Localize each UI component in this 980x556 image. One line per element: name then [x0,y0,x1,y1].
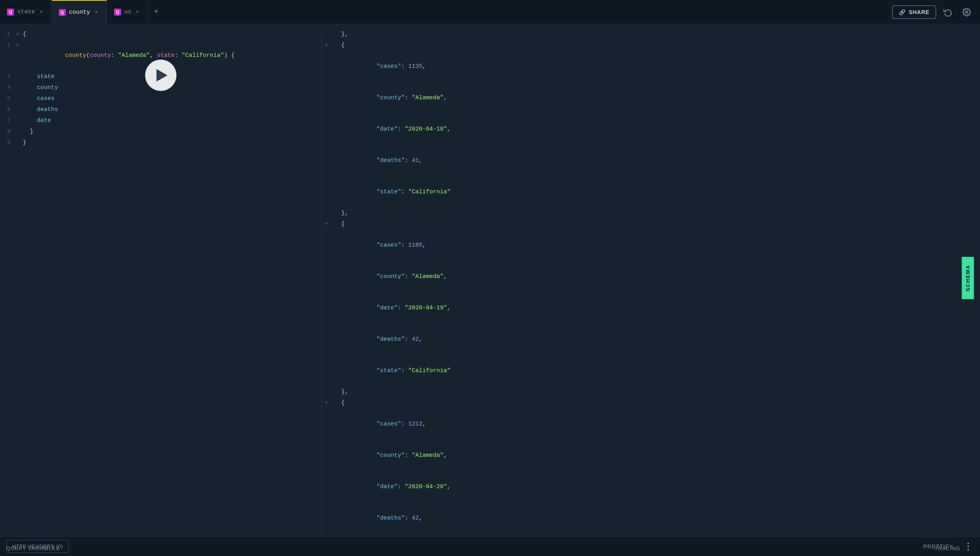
top-right-actions: 🔗 SHARE [892,5,980,19]
share-button[interactable]: 🔗 SHARE [892,5,936,19]
editor-panel: 1 ▼ { 2 ▼ county(county: "Alameda", stat… [0,24,322,536]
line-num-4: 4 [0,83,16,93]
tab-state-icon: Q [7,9,14,16]
json-line-block1-close: }, [322,208,980,219]
json-line-block1-county: "county": "Alameda", [322,82,980,114]
json-content-block1-date: "date": "2020-04-18", [331,114,980,145]
tab-county-icon: Q [59,9,66,16]
line-num-6: 6 [0,105,16,115]
json-content-block3-deaths: "deaths": 42, [331,503,980,534]
json-line-block1-state: "state": "California" [322,176,980,208]
editor-content[interactable]: 1 ▼ { 2 ▼ county(county: "Alameda", stat… [0,24,321,536]
code-line-6: 6 deaths [0,104,321,115]
json-content-block2-county: "county": "Alameda", [331,262,980,292]
line-content-8: } [23,127,321,137]
tracing-button[interactable]: TRACING [935,545,960,551]
json-line-block2-collapse: ▼ { [322,219,980,230]
line-collapse-1[interactable]: ▼ [16,29,23,40]
json-content-block3-state: "state": "California" [331,534,980,536]
json-line-block2-cases: "cases": 1185, [322,230,980,261]
json-line-block3-date: "date": "2020-04-20", [322,471,980,503]
json-line-block2-deaths: "deaths": 42, [322,324,980,355]
json-line-block1-date: "date": "2020-04-18", [322,114,980,145]
tab-county-label: county [69,9,90,16]
code-line-8: 8 } [0,126,321,137]
history-button[interactable] [941,5,955,19]
add-tab-icon: + [154,7,158,16]
json-content-block1-state: "state": "California" [331,177,980,207]
json-content-block2-deaths: "deaths": 42, [331,324,980,355]
line-num-5: 5 [0,94,16,104]
add-tab-button[interactable]: + [148,0,164,24]
line-content-6: deaths [23,105,321,115]
tab-us-icon: Q [114,9,121,16]
code-line-9: 9 } [0,137,321,148]
line-num-2: 2 [0,40,16,51]
json-content-block3-cases: "cases": 1212, [331,409,980,440]
json-line-block1-collapse: ▼ { [322,40,980,51]
json-content-block1-cases: "cases": 1135, [331,51,980,82]
tab-us-label: us [124,9,131,15]
more-dot-2 [967,546,969,547]
main-area: 1 ▼ { 2 ▼ county(county: "Alameda", stat… [0,24,980,536]
code-line-1: 1 ▼ { [0,29,321,40]
json-collapse-3[interactable]: ▼ [322,398,331,408]
query-variables-label[interactable]: QUERY VARIABLES [6,545,60,551]
share-link-icon: 🔗 [899,9,906,15]
tab-county[interactable]: Q county × [52,0,107,24]
json-content-block2-date: "date": "2020-04-19", [331,293,980,323]
settings-button[interactable] [960,5,974,19]
play-button[interactable] [145,60,176,91]
line-collapse-2[interactable]: ▼ [16,40,23,51]
json-collapse-1[interactable]: ▼ [322,40,331,51]
json-line-block2-county: "county": "Alameda", [322,261,980,293]
json-content-block3-date: "date": "2020-04-20", [331,472,980,502]
code-line-5: 5 cases [0,93,321,104]
line-content-5: cases [23,94,321,104]
line-content-1: { [23,29,321,40]
tab-county-close[interactable]: × [93,9,100,16]
json-line-block2-date: "date": "2020-04-19", [322,293,980,324]
json-content-block1-deaths: "deaths": 41, [331,145,980,176]
json-line-block2-state: "state": "California" [322,355,980,387]
json-content-block3-open: { [331,398,980,408]
top-bar: Q state × Q county × Q us × + 🔗 SHARE [0,0,980,24]
line-num-3: 3 [0,72,16,82]
results-panel[interactable]: }, ▼ { "cases": 1135, "county": "Alameda… [322,24,980,536]
line-content-7: date [23,116,321,126]
json-content-block2-close: }, [331,387,980,397]
svg-point-0 [965,11,968,13]
json-content-block3-county: "county": "Alameda", [331,440,980,471]
more-dot-3 [967,549,969,551]
json-line-block3-county: "county": "Alameda", [322,440,980,471]
json-line-block2-close: }, [322,387,980,398]
code-line-7: 7 date [0,115,321,126]
tab-state[interactable]: Q state × [0,0,52,24]
json-content-block2-state: "state": "California" [331,356,980,386]
tab-us[interactable]: Q us × [107,0,148,24]
json-content-block1-county: "county": "Alameda", [331,83,980,113]
play-icon [156,69,167,82]
json-line-block3-collapse: ▼ { [322,398,980,409]
json-line-block3-cases: "cases": 1212, [322,409,980,440]
schema-button[interactable]: SCHEMA [962,257,974,299]
json-content-block2-open: { [331,219,980,229]
more-options-button[interactable] [963,541,974,552]
json-line-block1-deaths: "deaths": 41, [322,145,980,176]
line-num-8: 8 [0,127,16,137]
json-content-block1-open: { [331,40,980,51]
json-content-block1-close: }, [331,208,980,218]
tab-state-close[interactable]: × [38,8,44,16]
json-content-closing-prev: }, [331,29,980,40]
tab-state-label: state [17,9,35,15]
json-content-block2-cases: "cases": 1185, [331,230,980,261]
json-collapse-2[interactable]: ▼ [322,219,331,229]
line-num-7: 7 [0,116,16,126]
line-content-9: } [23,138,321,148]
tabs-container: Q state × Q county × Q us × + [0,0,892,24]
share-label: SHARE [909,9,929,15]
json-line-block1-cases: "cases": 1135, [322,51,980,82]
tab-us-close[interactable]: × [135,8,141,16]
bottom-bar: HTTP HEADERS (0) PRETTIFY QUERY VARIABLE… [0,536,980,556]
json-line-closing-prev: }, [322,29,980,40]
